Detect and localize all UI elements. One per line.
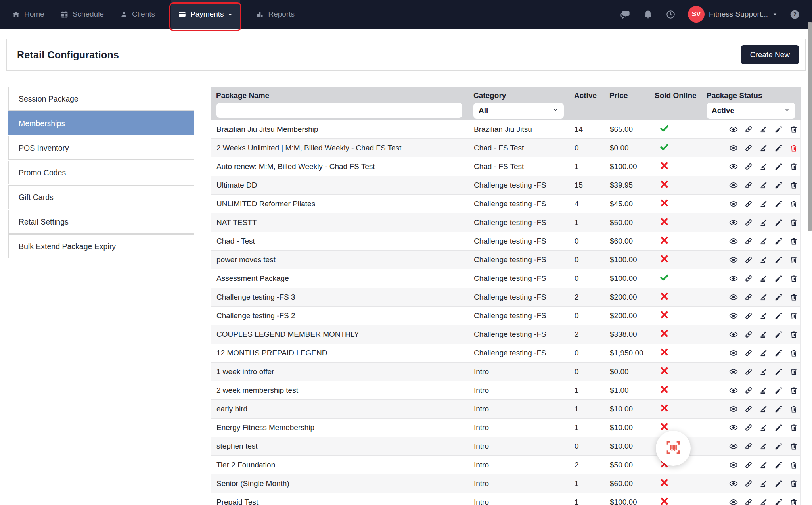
link-button[interactable] — [744, 218, 753, 227]
import-button[interactable] — [759, 405, 768, 413]
status-filter-select[interactable]: Active — [707, 103, 795, 119]
delete-button[interactable] — [789, 423, 798, 432]
view-button[interactable] — [729, 498, 738, 505]
link-button[interactable] — [744, 237, 753, 246]
view-button[interactable] — [729, 144, 738, 152]
barcode-scan-fab[interactable] — [656, 431, 691, 466]
view-button[interactable] — [729, 237, 738, 246]
link-button[interactable] — [744, 200, 753, 208]
import-button[interactable] — [759, 255, 768, 264]
import-button[interactable] — [759, 442, 768, 451]
sidebar-item-gift-cards[interactable]: Gift Cards — [8, 185, 194, 209]
import-button[interactable] — [759, 125, 768, 134]
nav-item-reports[interactable]: Reports — [256, 0, 295, 29]
help-icon[interactable]: ? — [789, 9, 800, 20]
nav-item-payments[interactable]: Payments — [171, 0, 240, 29]
import-button[interactable] — [759, 237, 768, 246]
import-button[interactable] — [759, 311, 768, 320]
delete-button[interactable] — [789, 367, 798, 376]
edit-button[interactable] — [774, 461, 783, 469]
view-button[interactable] — [729, 367, 738, 376]
edit-button[interactable] — [774, 479, 783, 488]
edit-button[interactable] — [774, 367, 783, 376]
import-button[interactable] — [759, 144, 768, 152]
import-button[interactable] — [759, 181, 768, 190]
link-button[interactable] — [744, 405, 753, 413]
link-button[interactable] — [744, 181, 753, 190]
sidebar-item-pos-inventory[interactable]: POS Inventory — [8, 136, 194, 160]
import-button[interactable] — [759, 162, 768, 171]
link-button[interactable] — [744, 367, 753, 376]
link-button[interactable] — [744, 461, 753, 469]
view-button[interactable] — [729, 218, 738, 227]
nav-item-clients[interactable]: Clients — [120, 0, 155, 29]
sidebar-item-memberships[interactable]: Memberships — [8, 111, 194, 135]
view-button[interactable] — [729, 461, 738, 469]
edit-button[interactable] — [774, 218, 783, 227]
import-button[interactable] — [759, 330, 768, 339]
nav-item-schedule[interactable]: Schedule — [60, 0, 104, 29]
import-button[interactable] — [759, 479, 768, 488]
delete-button[interactable] — [789, 200, 798, 208]
import-button[interactable] — [759, 274, 768, 283]
notifications-bell-icon[interactable] — [643, 9, 653, 20]
delete-button[interactable] — [789, 144, 798, 152]
delete-button[interactable] — [789, 349, 798, 357]
edit-button[interactable] — [774, 162, 783, 171]
import-button[interactable] — [759, 218, 768, 227]
import-button[interactable] — [759, 386, 768, 395]
view-button[interactable] — [729, 330, 738, 339]
view-button[interactable] — [729, 162, 738, 171]
edit-button[interactable] — [774, 125, 783, 134]
delete-button[interactable] — [789, 498, 798, 505]
delete-button[interactable] — [789, 461, 798, 469]
delete-button[interactable] — [789, 237, 798, 246]
import-button[interactable] — [759, 293, 768, 301]
import-button[interactable] — [759, 461, 768, 469]
import-button[interactable] — [759, 367, 768, 376]
delete-button[interactable] — [789, 386, 798, 395]
delete-button[interactable] — [789, 218, 798, 227]
delete-button[interactable] — [789, 255, 798, 264]
link-button[interactable] — [744, 125, 753, 134]
edit-button[interactable] — [774, 181, 783, 190]
edit-button[interactable] — [774, 442, 783, 451]
sidebar-item-session-package[interactable]: Session Package — [8, 87, 194, 111]
view-button[interactable] — [729, 405, 738, 413]
edit-button[interactable] — [774, 237, 783, 246]
import-button[interactable] — [759, 498, 768, 505]
link-button[interactable] — [744, 293, 753, 301]
view-button[interactable] — [729, 274, 738, 283]
avatar[interactable]: SV — [688, 6, 705, 23]
view-button[interactable] — [729, 293, 738, 301]
link-button[interactable] — [744, 162, 753, 171]
sidebar-item-promo-codes[interactable]: Promo Codes — [8, 161, 194, 184]
import-button[interactable] — [759, 423, 768, 432]
link-button[interactable] — [744, 349, 753, 357]
edit-button[interactable] — [774, 200, 783, 208]
link-button[interactable] — [744, 330, 753, 339]
view-button[interactable] — [729, 181, 738, 190]
chat-icon[interactable] — [620, 9, 631, 20]
link-button[interactable] — [744, 479, 753, 488]
delete-button[interactable] — [789, 125, 798, 134]
edit-button[interactable] — [774, 144, 783, 152]
delete-button[interactable] — [789, 274, 798, 283]
edit-button[interactable] — [774, 349, 783, 357]
category-filter-select[interactable]: All — [473, 103, 564, 119]
delete-button[interactable] — [789, 442, 798, 451]
edit-button[interactable] — [774, 423, 783, 432]
view-button[interactable] — [729, 255, 738, 264]
import-button[interactable] — [759, 349, 768, 357]
nav-item-home[interactable]: Home — [12, 0, 44, 29]
link-button[interactable] — [744, 498, 753, 505]
history-clock-icon[interactable] — [665, 9, 676, 20]
view-button[interactable] — [729, 349, 738, 357]
package-name-filter-input[interactable] — [216, 103, 462, 118]
sidebar-item-retail-settings[interactable]: Retail Settings — [8, 210, 194, 234]
view-button[interactable] — [729, 311, 738, 320]
link-button[interactable] — [744, 144, 753, 152]
create-new-button[interactable]: Create New — [741, 45, 799, 64]
scrollbar-thumb[interactable] — [808, 22, 812, 231]
link-button[interactable] — [744, 274, 753, 283]
